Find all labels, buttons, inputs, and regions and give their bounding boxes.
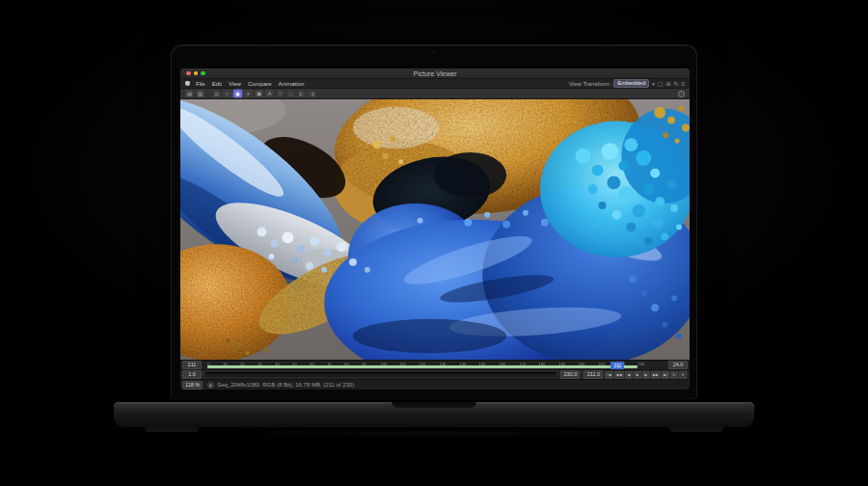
macbook-base bbox=[114, 402, 754, 427]
menu-animation[interactable]: Animation bbox=[279, 79, 305, 89]
macbook-lid: Picture Viewer File Edit View Compare An… bbox=[171, 44, 697, 399]
fast-forward-button[interactable]: ▶▶ bbox=[651, 371, 661, 379]
apple-menu-icon[interactable] bbox=[185, 81, 190, 86]
contrast-icon[interactable]: ◐ bbox=[244, 90, 253, 97]
range-track[interactable] bbox=[205, 372, 556, 377]
open-folder-icon[interactable]: ▤ bbox=[185, 90, 194, 97]
timeline-ruler-row: 211 010203040506070809010011012013014015… bbox=[180, 360, 690, 369]
view-transform-dropdown[interactable]: Embedded bbox=[613, 79, 649, 88]
source-info-text: Seq_2048x1080, RGB (8 Bit), 16.78 MB, (2… bbox=[217, 382, 354, 388]
chevron-down-icon[interactable]: ▾ bbox=[652, 81, 655, 87]
transport-controls: |◀ ◀◀ ◀ ■ ▶ ▶▶ ▶| ↻ ▾ bbox=[605, 371, 687, 379]
window-title: Picture Viewer bbox=[180, 68, 690, 79]
step-back-button[interactable]: ◀ bbox=[625, 371, 633, 379]
photo-background: Picture Viewer File Edit View Compare An… bbox=[0, 0, 868, 486]
info-icon[interactable]: i bbox=[678, 91, 685, 97]
status-bar: 118 % ▸ Seq_2048x1080, RGB (8 Bit), 16.7… bbox=[180, 379, 690, 390]
sphere-tool-icon[interactable]: ◉ bbox=[233, 90, 242, 97]
timeline-transport-row: 1.0 230.0 211.0 |◀ ◀◀ ◀ ■ ▶ ▶▶ ▶| ↻ ▾ bbox=[180, 369, 690, 379]
abstract-render-image bbox=[180, 99, 690, 360]
layout-grid-icon[interactable]: ▦ bbox=[212, 90, 221, 97]
refresh-icon[interactable]: ↻ bbox=[673, 80, 678, 88]
playback-options-button[interactable]: ▾ bbox=[679, 371, 687, 379]
playback-frame-box[interactable]: 211.0 bbox=[583, 370, 603, 379]
menu-bar: File Edit View Compare Animation View Tr… bbox=[180, 79, 690, 89]
picture-viewer-window: Picture Viewer File Edit View Compare An… bbox=[180, 68, 690, 390]
save-folder-icon[interactable]: ▥ bbox=[196, 90, 204, 97]
fps-box[interactable]: 24.0 bbox=[668, 361, 688, 369]
webcam-dot bbox=[432, 50, 436, 54]
out-point-box[interactable]: 230.0 bbox=[560, 370, 580, 379]
go-to-end-button[interactable]: ▶| bbox=[662, 371, 669, 379]
display-icon[interactable]: ▢ bbox=[658, 80, 664, 88]
compare-b-button[interactable]: B bbox=[276, 90, 285, 97]
in-point-box[interactable]: 1.0 bbox=[182, 370, 202, 379]
loop-button[interactable]: ↻ bbox=[670, 371, 678, 379]
menu-edit[interactable]: Edit bbox=[212, 79, 222, 89]
rubber-foot bbox=[145, 427, 199, 432]
zoom-level-box[interactable]: 118 % bbox=[182, 381, 203, 390]
fast-rewind-button[interactable]: ◀◀ bbox=[614, 371, 624, 379]
view-transform-label: View Transform: bbox=[569, 81, 610, 87]
loupe-icon[interactable]: ○ bbox=[223, 90, 231, 97]
image-viewer-canvas[interactable] bbox=[180, 99, 690, 360]
current-frame-box[interactable]: 211 bbox=[182, 361, 202, 369]
overlay-icon[interactable]: ◨ bbox=[308, 90, 316, 97]
playhead[interactable]: 211 bbox=[610, 362, 624, 369]
source-toggle-icon[interactable]: ▸ bbox=[207, 382, 214, 389]
menu-compare[interactable]: Compare bbox=[248, 79, 272, 89]
title-bar[interactable]: Picture Viewer bbox=[180, 68, 690, 79]
rubber-foot bbox=[669, 427, 723, 432]
menu-file[interactable]: File bbox=[196, 79, 205, 89]
grid-icon[interactable]: ⊞ bbox=[665, 80, 670, 88]
play-button[interactable]: ▶ bbox=[642, 371, 650, 379]
wipe-icon[interactable]: ◫ bbox=[286, 90, 295, 97]
frame-ruler[interactable]: 0102030405060708090100110120130140150160… bbox=[203, 361, 666, 369]
cache-bar bbox=[207, 365, 637, 368]
frame-tick: 230 bbox=[638, 362, 645, 366]
menu-view[interactable]: View bbox=[229, 79, 241, 89]
list-icon[interactable]: ≡ bbox=[681, 80, 685, 88]
compare-a-button[interactable]: A bbox=[265, 90, 274, 97]
stop-button[interactable]: ■ bbox=[634, 371, 641, 379]
split-view-icon[interactable]: ◧ bbox=[297, 90, 306, 97]
lid-opening-notch bbox=[392, 402, 476, 409]
channels-icon[interactable]: ▣ bbox=[255, 90, 263, 97]
go-to-start-button[interactable]: |◀ bbox=[605, 371, 612, 379]
toolbar: ▤ ▥ ▦ ○ ◉ ◐ ▣ A B ◫ ◧ ◨ i bbox=[180, 89, 690, 99]
